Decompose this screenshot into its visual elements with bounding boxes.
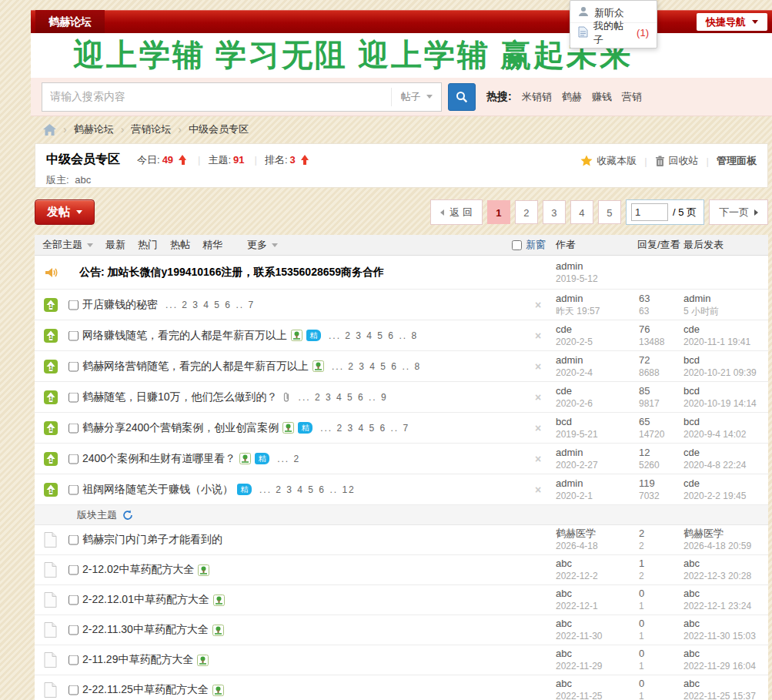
thread-title-link[interactable]: 鹤赫分享2400个营销案例，创业创富案例 bbox=[82, 421, 279, 435]
close-thread-icon[interactable]: × bbox=[535, 360, 541, 373]
last-post-author-link[interactable]: cde bbox=[683, 323, 767, 336]
search-input[interactable] bbox=[42, 84, 391, 109]
thread-author-link[interactable]: abc bbox=[556, 648, 633, 660]
last-post-author-link[interactable]: bcd bbox=[683, 354, 767, 367]
moderator-link[interactable]: abc bbox=[75, 174, 91, 186]
thread-title-link[interactable]: 2-22.11.25中草药配方大全 bbox=[82, 683, 209, 697]
menu-item-my-posts[interactable]: 我的帖子(1) bbox=[570, 22, 657, 42]
last-post-author-link[interactable]: bcd bbox=[683, 416, 767, 428]
forum-logo-tab[interactable]: 鹤赫论坛 bbox=[35, 10, 105, 33]
thread-author-link[interactable]: admin bbox=[556, 447, 633, 459]
filter-more[interactable]: 更多 bbox=[247, 238, 278, 252]
last-post-author-link[interactable]: cde bbox=[683, 477, 767, 490]
page-number-1[interactable]: 1 bbox=[487, 200, 510, 224]
filter-link[interactable]: 热门 bbox=[138, 239, 158, 250]
thread-title-link[interactable]: 祖阔网络随笔关于赚钱（小说） bbox=[82, 483, 233, 497]
last-post-author-link[interactable]: abc bbox=[683, 618, 767, 630]
thread-author-link[interactable]: abc bbox=[556, 618, 633, 630]
new-window-label[interactable]: 新窗 bbox=[526, 238, 546, 252]
thread-title-link[interactable]: 鹤赫随笔，日赚10万，他们怎么做到的？ bbox=[82, 390, 278, 404]
thread-author-link[interactable]: abc bbox=[556, 678, 633, 690]
thread-page-links[interactable]: ... 2 3 4 5 6 .. 9 bbox=[299, 392, 388, 403]
thread-checkbox[interactable] bbox=[69, 685, 79, 695]
breadcrumb-item[interactable]: 中级会员专区 bbox=[189, 122, 249, 136]
thread-page-links[interactable]: ... 2 3 4 5 6 .. 12 bbox=[259, 484, 356, 495]
thread-checkbox[interactable] bbox=[69, 484, 79, 494]
thread-author-link[interactable]: 鹤赫医学 bbox=[556, 528, 633, 540]
page-number-2[interactable]: 2 bbox=[515, 200, 538, 224]
quick-nav-button[interactable]: 快捷导航 bbox=[697, 13, 767, 31]
thread-title-link[interactable]: 开店赚钱的秘密 bbox=[82, 298, 158, 312]
thread-author-link[interactable]: admin bbox=[556, 293, 633, 305]
thread-page-links[interactable]: ... 2 3 4 5 6 .. 8 bbox=[332, 361, 421, 372]
filter-link[interactable]: 最新 bbox=[105, 239, 125, 250]
refresh-icon[interactable] bbox=[122, 510, 133, 521]
close-thread-icon[interactable]: × bbox=[535, 484, 541, 496]
close-thread-icon[interactable]: × bbox=[535, 391, 541, 404]
page-number-3[interactable]: 3 bbox=[543, 200, 566, 224]
thread-checkbox[interactable] bbox=[69, 565, 79, 575]
filter-all-topics[interactable]: 全部主题 bbox=[42, 238, 93, 252]
hot-search-link[interactable]: 赚钱 bbox=[592, 91, 612, 102]
home-icon[interactable] bbox=[43, 124, 56, 136]
new-post-button[interactable]: 发帖 bbox=[35, 199, 95, 225]
announcement-author[interactable]: admin bbox=[556, 260, 633, 273]
thread-author-link[interactable]: cde bbox=[556, 323, 633, 336]
thread-title-link[interactable]: 网络赚钱随笔，看完的人都是年薪百万以上 bbox=[82, 329, 287, 343]
thread-title-link[interactable]: 2400个案例和生财有道哪里看？ bbox=[82, 452, 236, 466]
close-thread-icon[interactable]: × bbox=[535, 422, 541, 434]
last-post-author-link[interactable]: bcd bbox=[683, 385, 767, 397]
favorite-board-link[interactable]: 收藏本版 bbox=[580, 154, 637, 168]
page-number-5[interactable]: 5 bbox=[598, 200, 621, 224]
last-post-author-link[interactable]: abc bbox=[683, 648, 767, 660]
last-post-author-link[interactable]: cde bbox=[683, 447, 767, 459]
breadcrumb-item[interactable]: 鹤赫论坛 bbox=[74, 122, 114, 136]
close-thread-icon[interactable]: × bbox=[535, 299, 541, 311]
thread-title-link[interactable]: 2-22.11.30中草药配方大全 bbox=[82, 623, 209, 637]
admin-panel-link[interactable]: 管理面板 bbox=[717, 154, 757, 168]
thread-checkbox[interactable] bbox=[69, 330, 79, 340]
thread-checkbox[interactable] bbox=[69, 535, 79, 545]
thread-page-links[interactable]: ... 2 3 4 5 6 .. 7 bbox=[320, 423, 409, 434]
search-type-select[interactable]: 帖子 bbox=[391, 88, 441, 106]
thread-title-link[interactable]: 鹤赫网络营销随笔，看完的人都是年薪百万以上 bbox=[82, 360, 309, 373]
thread-checkbox[interactable] bbox=[69, 625, 79, 635]
thread-checkbox[interactable] bbox=[69, 361, 79, 371]
close-thread-icon[interactable]: × bbox=[535, 453, 541, 465]
thread-page-links[interactable]: ... 2 3 4 5 6 .. 8 bbox=[329, 330, 418, 341]
next-page-button[interactable]: 下一页 bbox=[709, 199, 768, 225]
recycle-bin-link[interactable]: 回收站 bbox=[655, 154, 699, 168]
thread-page-links[interactable]: ... 2 bbox=[277, 454, 300, 464]
filter-link[interactable]: 精华 bbox=[202, 239, 222, 250]
announcement-link[interactable]: 公告: 加站长微信y199410166注册，联系15356028659商务合作 bbox=[79, 266, 384, 280]
back-button[interactable]: 返 回 bbox=[430, 199, 483, 225]
filter-link[interactable]: 热帖 bbox=[170, 239, 190, 250]
thread-author-link[interactable]: admin bbox=[556, 354, 633, 367]
thread-author-link[interactable]: abc bbox=[556, 558, 633, 570]
close-thread-icon[interactable]: × bbox=[535, 330, 541, 342]
page-input[interactable] bbox=[631, 203, 668, 221]
last-post-author-link[interactable]: abc bbox=[683, 558, 767, 570]
thread-checkbox[interactable] bbox=[69, 300, 79, 310]
thread-title-link[interactable]: 鹤赫宗门内门弟子才能看到的 bbox=[82, 533, 222, 547]
page-number-4[interactable]: 4 bbox=[570, 200, 593, 224]
search-button[interactable] bbox=[448, 83, 476, 111]
thread-checkbox[interactable] bbox=[69, 454, 79, 464]
thread-author-link[interactable]: abc bbox=[556, 588, 633, 600]
last-post-author-link[interactable]: admin bbox=[683, 293, 767, 305]
hot-search-link[interactable]: 营销 bbox=[622, 91, 642, 102]
last-post-author-link[interactable]: abc bbox=[683, 678, 767, 690]
thread-title-link[interactable]: 2-22.12.01中草药配方大全 bbox=[82, 593, 209, 607]
thread-title-link[interactable]: 2-12.02中草药配方大全 bbox=[82, 563, 194, 577]
thread-author-link[interactable]: cde bbox=[556, 385, 633, 397]
hot-search-link[interactable]: 鹤赫 bbox=[562, 91, 582, 102]
thread-author-link[interactable]: bcd bbox=[556, 416, 633, 428]
last-post-author-link[interactable]: abc bbox=[683, 588, 767, 600]
thread-page-links[interactable]: ... 2 3 4 5 6 .. 7 bbox=[165, 300, 255, 310]
thread-author-link[interactable]: admin bbox=[556, 477, 633, 490]
thread-checkbox[interactable] bbox=[69, 595, 79, 605]
thread-checkbox[interactable] bbox=[69, 655, 79, 665]
last-post-author-link[interactable]: 鹤赫医学 bbox=[683, 528, 767, 540]
hot-search-link[interactable]: 米销销 bbox=[522, 91, 552, 102]
thread-checkbox[interactable] bbox=[69, 392, 79, 402]
